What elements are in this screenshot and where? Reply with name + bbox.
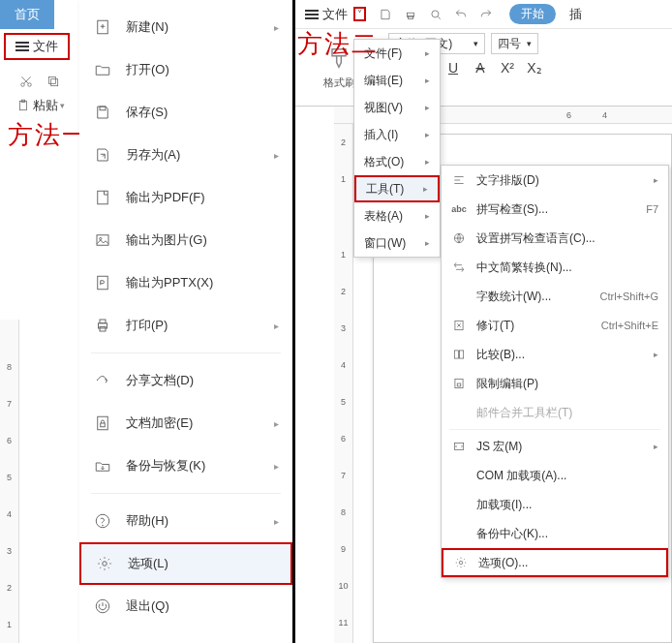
chevron-right-icon: ▸ xyxy=(425,130,430,139)
menu-share[interactable]: 分享文档(D) xyxy=(79,359,292,402)
pdf-icon xyxy=(93,188,112,207)
save-as-icon xyxy=(93,145,112,165)
menu-open[interactable]: 打开(O) xyxy=(79,48,292,91)
svg-rect-9 xyxy=(97,235,108,246)
preview-icon[interactable] xyxy=(428,7,443,22)
svg-point-31 xyxy=(459,561,463,565)
superscript-button[interactable]: X² xyxy=(499,60,516,76)
hamburger-icon xyxy=(305,10,319,19)
chevron-right-icon: ▸ xyxy=(425,211,430,221)
globe-icon xyxy=(451,230,467,246)
menu-new[interactable]: 新建(N)▸ xyxy=(79,6,292,48)
svg-rect-29 xyxy=(457,383,461,386)
menu-exit[interactable]: 退出(Q) xyxy=(79,585,292,628)
tool-compare[interactable]: 比较(B)...▸ xyxy=(442,340,668,369)
svg-rect-7 xyxy=(100,107,106,110)
file-button-label: 文件 xyxy=(322,6,348,23)
vertical-ruler: 211234567891011 xyxy=(334,124,353,643)
chevron-right-icon: ▸ xyxy=(425,157,430,167)
file-button[interactable]: 文件 xyxy=(4,33,70,60)
tool-mail-merge: 邮件合并工具栏(T) xyxy=(442,398,668,427)
font-size-select[interactable]: 四号▾ xyxy=(491,33,538,54)
tool-word-count[interactable]: 字数统计(W)...Ctrl+Shift+G xyxy=(442,282,668,311)
backup-icon xyxy=(93,456,112,475)
file-dropdown-icon[interactable]: ˅ xyxy=(353,7,366,21)
chevron-right-icon: ▸ xyxy=(654,442,658,451)
print-icon[interactable] xyxy=(403,7,418,22)
tool-revise[interactable]: 修订(T)Ctrl+Shift+E xyxy=(442,311,668,340)
hamburger-icon xyxy=(15,42,29,51)
tool-spell-lang[interactable]: 设置拼写检查语言(C)... xyxy=(442,224,668,253)
submenu-insert[interactable]: 插入(I)▸ xyxy=(354,121,440,148)
exit-icon xyxy=(93,597,112,616)
qat-icons xyxy=(378,7,494,22)
chevron-right-icon: ▸ xyxy=(425,103,430,112)
submenu-window[interactable]: 窗口(W)▸ xyxy=(354,230,440,257)
tab-start[interactable]: 开始 xyxy=(509,4,556,24)
submenu-format[interactable]: 格式(O)▸ xyxy=(354,148,440,175)
paste-button[interactable]: 粘贴 ▾ xyxy=(0,93,79,118)
copy-icon[interactable] xyxy=(46,74,61,89)
chevron-right-icon: ▸ xyxy=(654,175,658,185)
tool-spellcheck[interactable]: abc拼写检查(S)...F7 xyxy=(442,195,668,224)
classic-menu-dropdown: 文件(F)▸ 编辑(E)▸ 视图(V)▸ 插入(I)▸ 格式(O)▸ 工具(T)… xyxy=(353,39,441,258)
cut-icon[interactable] xyxy=(18,74,34,89)
submenu-tools[interactable]: 工具(T)▸ xyxy=(354,175,440,202)
svg-rect-16 xyxy=(101,423,106,427)
svg-rect-26 xyxy=(454,351,458,358)
svg-point-23 xyxy=(432,10,439,16)
submenu-view[interactable]: 视图(V)▸ xyxy=(354,94,440,121)
svg-rect-22 xyxy=(409,15,413,19)
annotation-method-1: 方法一 xyxy=(8,118,89,152)
underline-button[interactable]: U xyxy=(444,60,462,76)
svg-rect-13 xyxy=(100,320,106,323)
menu-backup[interactable]: 备份与恢复(K)▸ xyxy=(79,444,292,487)
undo-icon[interactable] xyxy=(453,7,469,22)
file-button[interactable]: 文件 xyxy=(301,4,351,25)
strike-button[interactable]: A xyxy=(472,60,489,76)
new-icon xyxy=(93,17,112,37)
submenu-table[interactable]: 表格(A)▸ xyxy=(354,202,440,230)
folder-icon xyxy=(93,60,112,79)
tool-options[interactable]: 选项(O)... xyxy=(442,548,668,577)
menu-export-pdf[interactable]: 输出为PDF(F) xyxy=(79,176,292,219)
svg-point-19 xyxy=(103,562,107,566)
svg-point-10 xyxy=(100,237,102,239)
save-icon[interactable] xyxy=(378,7,393,22)
menu-export-image[interactable]: 输出为图片(G) xyxy=(79,219,292,261)
menu-export-pptx[interactable]: 输出为PPTX(X) xyxy=(79,261,292,304)
tool-backup-center[interactable]: 备份中心(K)... xyxy=(442,519,668,548)
menu-options[interactable]: 选项(L) xyxy=(79,542,292,585)
tool-addin[interactable]: 加载项(I)... xyxy=(442,490,668,519)
svg-point-18 xyxy=(103,525,104,526)
menu-separator xyxy=(449,429,660,430)
image-icon xyxy=(93,230,112,250)
chevron-right-icon: ▸ xyxy=(274,22,279,33)
redo-icon[interactable] xyxy=(478,7,494,22)
chevron-right-icon: ▸ xyxy=(425,238,430,248)
tab-insert[interactable]: 插 xyxy=(569,6,582,23)
tool-com-addin[interactable]: COM 加载项(A)... xyxy=(442,461,668,490)
submenu-edit[interactable]: 编辑(E)▸ xyxy=(354,67,440,94)
svg-rect-3 xyxy=(48,77,55,83)
vertical-ruler: 12345678 xyxy=(0,320,19,643)
tool-js-macro[interactable]: JS 宏(M)▸ xyxy=(442,432,668,461)
menu-encrypt[interactable]: 文档加密(E)▸ xyxy=(79,402,292,444)
help-icon xyxy=(93,511,112,531)
gear-icon xyxy=(95,554,114,573)
menu-print[interactable]: 打印(P)▸ xyxy=(79,304,292,347)
menu-separator xyxy=(91,352,281,353)
tool-restrict[interactable]: 限制编辑(P) xyxy=(442,369,668,398)
tool-zh-convert[interactable]: 中文简繁转换(N)... xyxy=(442,253,668,282)
menu-help[interactable]: 帮助(H)▸ xyxy=(79,500,292,542)
annotation-method-2: 方法二 xyxy=(297,27,379,61)
share-icon xyxy=(93,371,112,390)
pptx-icon xyxy=(93,273,112,292)
menu-save[interactable]: 保存(S) xyxy=(79,91,292,134)
tab-home[interactable]: 首页 xyxy=(0,0,54,29)
tool-text-layout[interactable]: 文字排版(D)▸ xyxy=(442,166,668,195)
menu-save-as[interactable]: 另存为(A)▸ xyxy=(79,134,292,176)
paste-label: 粘贴 xyxy=(33,97,58,114)
svg-rect-14 xyxy=(100,327,106,332)
subscript-button[interactable]: X₂ xyxy=(526,60,543,76)
